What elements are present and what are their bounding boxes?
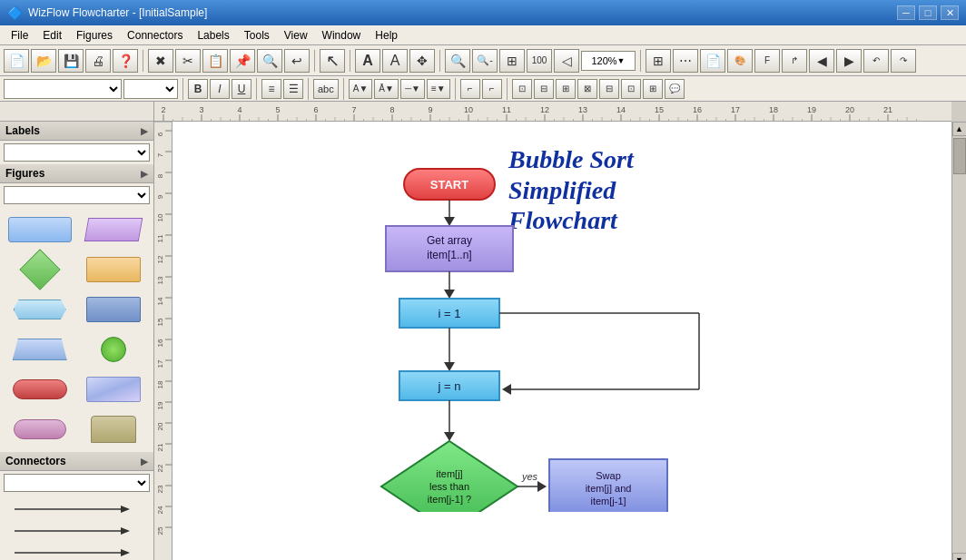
copy-btn[interactable]: 📋 [202, 49, 228, 73]
bold-btn[interactable]: B [188, 79, 208, 99]
undo-btn[interactable]: ↩ [284, 49, 310, 73]
underline-btn[interactable]: U [232, 79, 251, 99]
zoom-level[interactable]: 120% ▼ [581, 51, 636, 71]
snap-btn[interactable]: ⋯ [673, 49, 698, 73]
connector-line-only[interactable] [0, 520, 153, 542]
figure-hexagon[interactable] [5, 292, 74, 327]
svg-text:6: 6 [313, 105, 318, 114]
menu-view[interactable]: View [277, 27, 315, 44]
new-btn[interactable]: 📄 [4, 49, 29, 73]
page-btn[interactable]: 📄 [700, 49, 725, 73]
arrange5-btn[interactable]: ⊟ [599, 79, 619, 99]
select-btn[interactable]: ↖ [320, 49, 345, 73]
fwd-btn[interactable]: ▶ [836, 49, 862, 73]
canvas[interactable]: Bubble Sort Simplified Flowchart START G… [172, 122, 951, 560]
zoom-prev-btn[interactable]: ◁ [554, 49, 579, 73]
svg-marker-102 [121, 506, 130, 513]
scroll-down-btn[interactable]: ▼ [952, 553, 967, 560]
menu-connectors[interactable]: Connectors [120, 27, 190, 44]
help-btn[interactable]: ❓ [113, 49, 138, 73]
figure-rect[interactable] [5, 212, 74, 247]
arrange3-btn[interactable]: ⊞ [556, 79, 576, 99]
delete-btn[interactable]: ✖ [148, 49, 173, 73]
back-btn[interactable]: ◀ [809, 49, 834, 73]
connectors-combo[interactable] [4, 474, 150, 492]
save-btn[interactable]: 💾 [58, 49, 84, 73]
svg-text:25: 25 [156, 526, 164, 535]
menu-help[interactable]: Help [368, 27, 405, 44]
italic-btn[interactable]: I [210, 79, 230, 99]
font-btn[interactable]: F [754, 49, 780, 73]
figure-rect-gradient[interactable] [80, 372, 149, 407]
minimize-btn[interactable]: ─ [897, 5, 915, 20]
connectors-arrow[interactable]: ▶ [141, 457, 148, 467]
figure-parallelogram[interactable] [80, 212, 149, 247]
menu-file[interactable]: File [4, 27, 35, 44]
extra2-btn[interactable]: ↷ [891, 49, 916, 73]
text-color-btn[interactable]: A▼ [349, 79, 373, 99]
menu-tools[interactable]: Tools [237, 27, 277, 44]
connectors-panel-header[interactable]: Connectors ▶ [0, 452, 153, 471]
menu-edit[interactable]: Edit [35, 27, 69, 44]
line-width-btn[interactable]: ≡▼ [427, 79, 450, 99]
conn-style-btn[interactable]: ⌐ [460, 79, 480, 99]
menu-window[interactable]: Window [315, 27, 369, 44]
ruler-row: 23456789101112131415161718192021 [0, 102, 966, 122]
paste-btn[interactable]: 📌 [230, 49, 255, 73]
connector-arrow-simple[interactable] [0, 542, 153, 560]
text-b-btn[interactable]: A [382, 49, 408, 73]
menu-figures[interactable]: Figures [69, 27, 120, 44]
close-btn[interactable]: ✕ [941, 5, 959, 20]
arrange4-btn[interactable]: ⊠ [577, 79, 597, 99]
figure-diamond[interactable] [5, 252, 74, 287]
maximize-btn[interactable]: □ [919, 5, 937, 20]
figures-arrow[interactable]: ▶ [141, 169, 148, 179]
grid-btn[interactable]: ⊞ [646, 49, 671, 73]
zoom-out-btn[interactable]: 🔍- [472, 49, 498, 73]
arrange7-btn[interactable]: ⊞ [643, 79, 663, 99]
figure-trapezoid[interactable] [5, 332, 74, 367]
text-a-btn[interactable]: A [355, 49, 380, 73]
move-btn[interactable]: ✥ [409, 49, 435, 73]
bgcolor-btn[interactable]: 🎨 [727, 49, 753, 73]
line-style-btn[interactable]: ─▼ [400, 79, 425, 99]
scroll-thumb-v[interactable] [953, 138, 966, 174]
open-btn[interactable]: 📂 [31, 49, 56, 73]
arrange2-btn[interactable]: ⊟ [534, 79, 554, 99]
extra1-btn[interactable]: ↶ [863, 49, 889, 73]
arrange6-btn[interactable]: ⊡ [621, 79, 641, 99]
svg-text:9: 9 [428, 105, 432, 114]
labels-combo[interactable] [4, 143, 150, 162]
comment-btn[interactable]: 💬 [665, 79, 685, 99]
svg-marker-163 [502, 384, 511, 395]
align-left-btn[interactable]: ≡ [261, 79, 281, 99]
scroll-up-btn[interactable]: ▲ [952, 122, 967, 136]
align-center-btn[interactable]: ☰ [283, 79, 303, 99]
font-family-select[interactable] [4, 79, 122, 99]
figure-rect-orange[interactable] [80, 252, 149, 287]
print-btn[interactable]: 🖨 [85, 49, 111, 73]
zoom-100-btn[interactable]: 100 [527, 49, 552, 73]
figure-rect-blue[interactable] [80, 292, 149, 327]
figure-circle[interactable] [80, 332, 149, 367]
vertical-scrollbar[interactable]: ▲ ▼ [951, 122, 966, 560]
figures-panel-header[interactable]: Figures ▶ [0, 164, 153, 183]
text-style-btn[interactable]: Ā▼ [374, 79, 399, 99]
special1-btn[interactable]: ↱ [782, 49, 807, 73]
conn-style2-btn[interactable]: ⌐ [482, 79, 502, 99]
zoom-fit-btn[interactable]: ⊞ [499, 49, 525, 73]
find-btn[interactable]: 🔍 [257, 49, 282, 73]
figure-pill[interactable] [5, 412, 74, 447]
arrange1-btn[interactable]: ⊡ [512, 79, 532, 99]
figure-stadium[interactable] [5, 372, 74, 407]
connector-arrow-right[interactable] [0, 498, 153, 520]
labels-panel-header[interactable]: Labels ▶ [0, 122, 153, 141]
menu-labels[interactable]: Labels [190, 27, 236, 44]
figures-combo[interactable] [4, 186, 150, 204]
zoom-in-btn[interactable]: 🔍 [445, 49, 470, 73]
labels-arrow[interactable]: ▶ [141, 126, 148, 136]
svg-text:10: 10 [156, 213, 164, 221]
font-size-select[interactable] [123, 79, 178, 99]
cut-btn[interactable]: ✂ [175, 49, 201, 73]
figure-cylinder[interactable] [80, 412, 149, 447]
